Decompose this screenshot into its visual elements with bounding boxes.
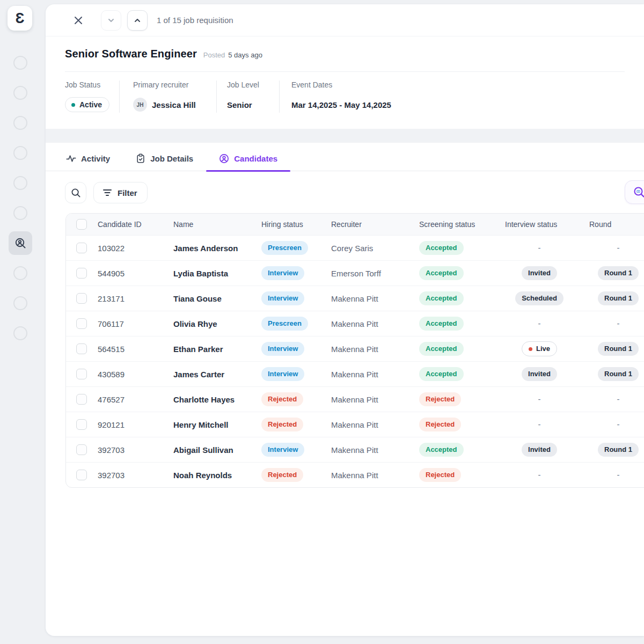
hiring-status-cell: Rejected bbox=[255, 392, 325, 406]
status-badge: Prescreen bbox=[261, 241, 308, 255]
status-badge: Accepted bbox=[419, 367, 464, 381]
next-requisition-button[interactable] bbox=[127, 10, 148, 31]
recruiter-name: Makenna Pitt bbox=[325, 420, 413, 429]
round-cell: - bbox=[583, 394, 644, 404]
candidate-name: Ethan Parker bbox=[167, 345, 255, 354]
screening-status-cell: Accepted bbox=[413, 241, 499, 255]
interview-status-cell: - bbox=[499, 394, 583, 404]
screening-status-cell: Accepted bbox=[413, 291, 499, 305]
table-row[interactable]: 213171Tiana GouseInterviewMakenna PittAc… bbox=[66, 286, 644, 311]
row-checkbox[interactable] bbox=[76, 369, 87, 379]
recruiter-name: Makenna Pitt bbox=[325, 445, 413, 455]
live-dot-icon bbox=[529, 347, 532, 351]
candidate-name: Charlotte Hayes bbox=[167, 395, 255, 404]
filter-button[interactable]: Filter bbox=[93, 182, 148, 203]
select-all-checkbox[interactable] bbox=[76, 219, 87, 230]
table-row[interactable]: 476527Charlotte HayesRejectedMakenna Pit… bbox=[66, 386, 644, 412]
hiring-status-cell: Interview bbox=[255, 443, 325, 457]
status-badge: Invited bbox=[522, 367, 557, 381]
sidebar-nav bbox=[0, 48, 41, 348]
column-header: Name bbox=[167, 220, 255, 229]
posted-label: Posted bbox=[203, 51, 225, 59]
requisition-counter: 1 of 15 job requisition bbox=[157, 16, 233, 25]
tab-bar: Activity Job Details Candidates bbox=[46, 143, 644, 171]
screening-status-cell: Accepted bbox=[413, 317, 499, 331]
status-badge: Invited bbox=[522, 443, 557, 457]
tab-job-details[interactable]: Job Details bbox=[135, 148, 194, 171]
sidebar-item-placeholder[interactable] bbox=[13, 296, 27, 310]
status-badge: Interview bbox=[261, 291, 304, 305]
status-badge: Scheduled bbox=[515, 291, 564, 305]
event-dates-value: Mar 14,2025 - May 14,2025 bbox=[291, 97, 391, 113]
job-status-label: Job Status bbox=[65, 80, 119, 89]
sidebar-item-placeholder[interactable] bbox=[13, 326, 27, 340]
table-row[interactable]: 392703Abigail SullivanInterviewMakenna P… bbox=[66, 437, 644, 462]
screening-status-cell: Rejected bbox=[413, 418, 499, 431]
status-badge: Interview bbox=[261, 443, 304, 457]
hiring-status-cell: Prescreen bbox=[255, 241, 325, 255]
section-separator bbox=[46, 129, 644, 143]
candidate-id: 564515 bbox=[92, 345, 167, 354]
table-row[interactable]: 544905Lydia BaptistaInterviewEmerson Tor… bbox=[66, 260, 644, 286]
sidebar-item-placeholder[interactable] bbox=[13, 266, 27, 280]
table-row[interactable]: 920121Henry MitchellRejectedMakenna Pitt… bbox=[66, 412, 644, 437]
dynamic-search-button[interactable]: Dyn bbox=[625, 180, 644, 204]
sidebar-item-placeholder[interactable] bbox=[13, 56, 27, 70]
status-badge: Accepted bbox=[419, 443, 464, 457]
interview-status-cell: - bbox=[499, 420, 583, 429]
status-badge: Round 1 bbox=[598, 367, 639, 381]
interview-status-cell: Scheduled bbox=[499, 291, 583, 305]
status-badge: Prescreen bbox=[261, 317, 308, 331]
previous-requisition-button[interactable] bbox=[101, 10, 121, 31]
empty-value: - bbox=[538, 243, 541, 252]
interview-status-cell: Invited bbox=[499, 367, 583, 381]
interview-status-cell: Invited bbox=[499, 266, 583, 280]
candidate-name: Olivia Rhye bbox=[167, 319, 255, 328]
status-badge: Interview bbox=[261, 342, 304, 356]
recruiter-name: Jessica Hill bbox=[152, 100, 196, 109]
interview-status-cell: - bbox=[499, 470, 583, 480]
row-checkbox[interactable] bbox=[76, 394, 87, 405]
search-button[interactable] bbox=[65, 182, 86, 203]
sidebar-item-placeholder[interactable] bbox=[13, 116, 27, 130]
tab-candidates[interactable]: Candidates bbox=[218, 148, 279, 171]
hiring-status-cell: Rejected bbox=[255, 468, 325, 482]
round-cell: Round 1 bbox=[583, 342, 644, 356]
row-checkbox[interactable] bbox=[76, 318, 87, 329]
row-checkbox[interactable] bbox=[76, 343, 87, 354]
page-title: Senior Software Engineer bbox=[65, 48, 197, 60]
status-badge: Round 1 bbox=[598, 342, 639, 356]
row-checkbox[interactable] bbox=[76, 419, 87, 430]
round-cell: - bbox=[583, 243, 644, 253]
round-cell: - bbox=[583, 470, 644, 480]
row-checkbox[interactable] bbox=[76, 470, 87, 480]
row-checkbox[interactable] bbox=[76, 268, 87, 279]
status-badge: Rejected bbox=[419, 468, 461, 482]
recruiter-name: Emerson Torff bbox=[325, 269, 413, 278]
active-dot-icon bbox=[71, 103, 75, 107]
row-checkbox[interactable] bbox=[76, 444, 87, 455]
sidebar-item-placeholder[interactable] bbox=[13, 86, 27, 100]
hiring-status-cell: Interview bbox=[255, 266, 325, 280]
app-logo[interactable]: Ɛ bbox=[8, 6, 32, 31]
sidebar-item-placeholder[interactable] bbox=[13, 206, 27, 220]
table-row[interactable]: 706117Olivia RhyePrescreenMakenna PittAc… bbox=[66, 311, 644, 336]
candidate-name: James Carter bbox=[167, 370, 255, 379]
table-row[interactable]: 103022James AndersonPrescreenCorey Saris… bbox=[66, 235, 644, 260]
sidebar-item-placeholder[interactable] bbox=[13, 146, 27, 160]
interview-status-cell: - bbox=[499, 319, 583, 328]
header-divider bbox=[65, 71, 625, 72]
column-header: Interview status bbox=[499, 220, 583, 229]
row-checkbox[interactable] bbox=[76, 293, 87, 304]
table-row[interactable]: 430589James CarterInterviewMakenna PittA… bbox=[66, 361, 644, 386]
sidebar-item-placeholder[interactable] bbox=[13, 176, 27, 190]
candidate-id: 213171 bbox=[92, 294, 167, 303]
tab-activity[interactable]: Activity bbox=[65, 148, 111, 171]
table-row[interactable]: 392703Noah ReynoldsRejectedMakenna PittR… bbox=[66, 462, 644, 487]
row-checkbox[interactable] bbox=[76, 243, 87, 253]
empty-value: - bbox=[617, 470, 620, 479]
close-button[interactable] bbox=[71, 13, 86, 28]
close-icon bbox=[74, 16, 83, 25]
table-row[interactable]: 564515Ethan ParkerInterviewMakenna PittA… bbox=[66, 336, 644, 361]
sidebar-item-candidate-search[interactable] bbox=[9, 231, 32, 255]
